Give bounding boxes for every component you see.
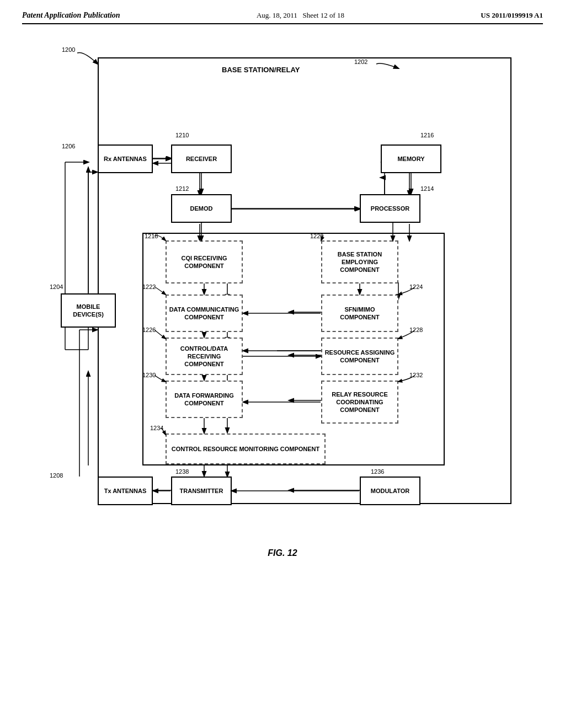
sfn-mimo-box: SFN/MIMO COMPONENT [321,295,398,332]
page-header: Patent Application Publication Aug. 18, … [22,11,543,24]
base-station-employing-box: BASE STATION EMPLOYING COMPONENT [321,240,398,283]
header-center: Aug. 18, 2011 Sheet 12 of 18 [257,11,344,20]
pub-date: Aug. 18, 2011 [257,11,297,19]
label-1218: 1218 [145,233,158,239]
page: Patent Application Publication Aug. 18, … [0,0,565,728]
label-1200: 1200 [62,46,75,53]
label-1210: 1210 [175,132,189,138]
publication-label: Patent Application Publication [22,11,120,20]
base-station-relay-title: BASE STATION/RELAY [222,66,300,74]
cqi-receiving-box: CQI RECEIVING COMPONENT [166,240,243,283]
patent-number: US 2011/0199919 A1 [481,11,543,20]
label-1224: 1224 [409,283,423,290]
label-1220: 1220 [310,233,323,239]
label-1216: 1216 [420,132,434,138]
demod-box: DEMOD [171,194,232,223]
transmitter-box: TRANSMITTER [171,477,232,505]
label-1232: 1232 [409,372,423,378]
figure-caption: FIG. 12 [22,548,543,558]
label-1208: 1208 [50,472,63,479]
label-1230: 1230 [142,372,156,378]
label-1234: 1234 [150,425,163,431]
label-1206: 1206 [62,143,75,149]
receiver-box: RECEIVER [171,144,232,173]
modulator-box: MODULATOR [360,477,420,505]
label-1214: 1214 [420,185,434,192]
resource-assigning-box: RESOURCE ASSIGNING COMPONENT [321,338,398,375]
tx-antennas-box: Tx ANTENNAS [98,477,153,505]
data-communicating-box: DATA COMMUNICATING COMPONENT [166,295,243,332]
label-1222: 1222 [142,283,156,290]
label-1202: 1202 [354,58,367,65]
diagram: 1200 1202 BASE STATION/RELAY 1206 Rx ANT… [34,41,531,537]
control-resource-monitoring-box: CONTROL RESOURCE MONITORING COMPONENT [166,433,326,464]
relay-resource-coordinating-box: RELAY RESOURCE COORDINATING COMPONENT [321,381,398,424]
label-1238: 1238 [175,468,189,475]
label-1212: 1212 [175,185,189,192]
memory-box: MEMORY [381,144,441,173]
data-forwarding-box: DATA FORWARDING COMPONENT [166,381,243,418]
processor-box: PROCESSOR [360,194,420,223]
sheet-info: Sheet 12 of 18 [303,11,344,19]
mobile-device-box: MOBILE DEVICE(S) [61,293,116,328]
label-1226: 1226 [142,326,156,333]
rx-antennas-box: Rx ANTENNAS [98,144,153,173]
control-data-receiving-box: CONTROL/DATA RECEIVING COMPONENT [166,338,243,375]
label-1228: 1228 [409,326,423,333]
label-1204: 1204 [50,283,63,290]
label-1236: 1236 [371,468,384,475]
